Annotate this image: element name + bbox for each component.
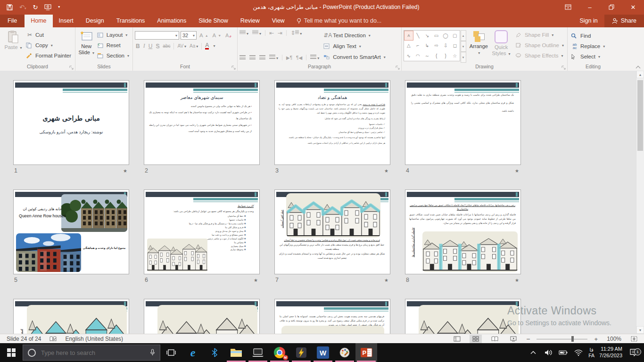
shape-outline-button[interactable]: Shape Outline▾ (514, 40, 565, 50)
shapes-scroll-up-icon[interactable]: ▲ (461, 30, 466, 41)
slide-thumbnail[interactable]: خط افق آسمانفرم ساده و پیچیده سقف شیب دا… (274, 189, 390, 274)
paint-icon[interactable] (334, 343, 355, 362)
replace-button[interactable]: abacReplace▾ (570, 41, 617, 51)
winamp-icon[interactable] (290, 343, 312, 362)
shape-glyph-icon[interactable]: ▢ (450, 31, 460, 41)
font-color-button[interactable]: A (205, 42, 209, 49)
vertical-scrollbar[interactable]: ▲ ▼ (636, 71, 644, 334)
battery-icon[interactable] (558, 350, 569, 355)
tab-file[interactable]: File (0, 15, 25, 27)
shape-glyph-icon[interactable]: ↳ (422, 41, 432, 50)
start-slideshow-icon[interactable] (44, 4, 51, 10)
shape-effects-button[interactable]: Shape Effects▾ (514, 50, 565, 61)
zoom-out-icon[interactable]: − (526, 335, 530, 343)
shape-glyph-icon[interactable]: ⇨ (432, 41, 441, 50)
align-left-button[interactable] (239, 55, 246, 60)
clipboard-dialog-launcher-icon[interactable] (69, 66, 74, 70)
drawing-dialog-launcher-icon[interactable] (561, 66, 566, 70)
shrink-font-button[interactable]: A▼ (211, 30, 223, 41)
align-right-button[interactable] (259, 55, 265, 60)
shape-glyph-icon[interactable]: ⌐ (413, 41, 423, 50)
italic-button[interactable]: I (143, 42, 145, 49)
shape-glyph-icon[interactable]: ◠ (413, 51, 423, 61)
shape-glyph-icon[interactable]: ◻ (450, 41, 460, 50)
shape-glyph-icon[interactable]: ∿ (404, 51, 413, 61)
action-center-icon[interactable]: 1 (627, 349, 641, 356)
slide-thumbnail[interactable]: فرورفتگی در نما (13, 299, 129, 334)
sign-in-link[interactable]: Sign in (573, 15, 604, 27)
start-button[interactable] (0, 343, 23, 362)
slide-thumbnail[interactable]: سیمای شهرهای معاصرهر یک از بناها به تنها… (144, 80, 260, 165)
shapes-gallery-scroll[interactable]: ▲ ▼ ▼ (461, 30, 466, 63)
shape-fill-button[interactable]: Shape Fill▾ (514, 30, 565, 40)
slide-thumbnail[interactable]: کاربرد ضوابطوحدت و یکپارچگی هر مجموعه کا… (144, 189, 260, 274)
tab-view[interactable]: View (266, 15, 291, 27)
language-indicator[interactable]: English (United States) (65, 336, 123, 342)
decrease-indent-button[interactable]: ⇤ (269, 30, 274, 36)
scrollbar-thumb[interactable] (637, 80, 643, 151)
spell-check-icon[interactable] (50, 336, 57, 342)
align-center-button[interactable] (249, 55, 256, 60)
share-button[interactable]: Share (604, 15, 644, 27)
minimize-button[interactable]: – (579, 0, 601, 14)
word-icon[interactable]: W (312, 343, 334, 362)
undo-icon[interactable]: ↶▾ (19, 4, 26, 10)
quick-styles-button[interactable]: Quick Styles ▾ (490, 29, 512, 63)
select-button[interactable]: Select▾ (570, 51, 617, 62)
shape-glyph-icon[interactable]: ╲ (413, 31, 423, 41)
slide-sorter-view-icon[interactable] (470, 335, 482, 343)
close-button[interactable]: ✕ (622, 0, 644, 14)
text-direction-button[interactable]: ⇵AText Direction▾ (322, 31, 387, 40)
underline-button[interactable]: U (149, 43, 153, 49)
ribbon-display-options-icon[interactable] (557, 0, 579, 14)
tab-design[interactable]: Design (80, 15, 110, 27)
numbering-button[interactable]: ▾ (252, 30, 261, 36)
shape-glyph-icon[interactable]: ∼ (422, 51, 432, 61)
shape-glyph-icon[interactable]: ☆ (450, 51, 460, 61)
justify-button[interactable]: ▾ (269, 54, 278, 61)
normal-view-icon[interactable] (451, 335, 463, 343)
shape-glyph-icon[interactable]: ↘ (422, 31, 432, 41)
paragraph-dialog-launcher-icon[interactable] (396, 66, 400, 70)
slide-thumbnail[interactable]: ورودی (405, 299, 521, 334)
slide-show-view-icon[interactable] (507, 335, 520, 343)
tab-review[interactable]: Review (234, 15, 266, 27)
reading-view-icon[interactable] (488, 335, 501, 343)
align-text-button[interactable]: Align Text▾ (322, 41, 387, 51)
section-button[interactable]: Section▾ (96, 50, 131, 61)
file-explorer-icon[interactable] (225, 343, 247, 362)
bluetooth-icon[interactable] (204, 343, 225, 362)
shapes-more-icon[interactable]: ▼ (461, 52, 466, 63)
tab-animations[interactable]: Animations (151, 15, 192, 27)
slide-thumbnail[interactable]: بازشوها (144, 299, 260, 334)
chrome-icon[interactable]: M (269, 343, 290, 362)
restore-button[interactable] (601, 0, 622, 14)
line-spacing-button[interactable]: ⇕▾ (290, 30, 302, 36)
strikethrough-button[interactable]: abc (163, 43, 170, 49)
tab-transitions[interactable]: Transitions (110, 15, 151, 27)
change-case-button[interactable]: Aa▾ (190, 43, 198, 49)
text-shadow-button[interactable]: S (156, 43, 159, 49)
powerpoint-icon[interactable]: P (355, 343, 377, 362)
redo-icon[interactable]: ↻ (33, 4, 38, 10)
task-view-button[interactable] (160, 343, 182, 362)
tell-me-box[interactable]: Tell me what you want to do... (291, 15, 388, 27)
scroll-down-icon[interactable]: ▼ (636, 326, 644, 334)
taskbar-search[interactable] (23, 345, 160, 361)
grow-font-button[interactable]: A▲ (198, 30, 210, 41)
slide-thumbnail[interactable]: یک ساختمان طراحی شده برای تناسب با زمینه… (405, 80, 521, 165)
shape-glyph-icon[interactable]: △ (404, 41, 413, 50)
search-input[interactable] (40, 349, 146, 357)
scroll-up-icon[interactable]: ▲ (636, 71, 644, 78)
arrange-button[interactable]: Arrange▾ (467, 29, 491, 63)
zoom-level[interactable]: 100% (604, 336, 621, 342)
convert-to-smartart-button[interactable]: Convert to SmartArt▾ (322, 52, 387, 62)
rtl-direction-button[interactable]: ¶◀ (296, 55, 302, 60)
slide-thumbnail[interactable]: مبانی طراحی شهرینوشته: ریچارد هدمن، آندر… (13, 80, 129, 165)
customize-qat-icon[interactable]: ▾ (58, 5, 60, 9)
volume-icon[interactable] (543, 349, 553, 356)
font-dialog-launcher-icon[interactable] (231, 66, 236, 70)
shape-glyph-icon[interactable]: { (432, 51, 441, 61)
wifi-icon[interactable] (573, 350, 584, 356)
shape-glyph-icon[interactable]: } (441, 51, 450, 61)
